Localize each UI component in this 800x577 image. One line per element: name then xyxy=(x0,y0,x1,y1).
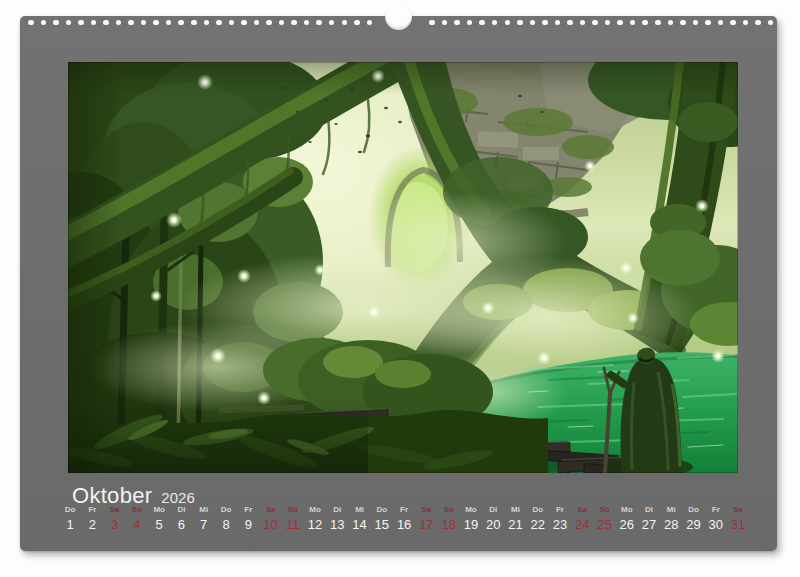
day-column: Di6 xyxy=(170,505,192,532)
vignette-top xyxy=(68,62,738,94)
binding-hole xyxy=(467,20,473,26)
date-number: 27 xyxy=(638,518,660,532)
weekday-label: Mi xyxy=(504,505,526,514)
weekday-label: Do xyxy=(59,505,81,514)
date-number: 21 xyxy=(504,518,526,532)
binding-hole xyxy=(429,20,435,26)
day-column: Fr23 xyxy=(549,505,571,532)
weekday-label: So xyxy=(593,505,615,514)
day-column: So25 xyxy=(593,505,615,532)
day-column: Di27 xyxy=(638,505,660,532)
date-number: 5 xyxy=(148,518,170,532)
day-column: Mi7 xyxy=(193,505,215,532)
date-number: 31 xyxy=(727,518,749,532)
binding-hole xyxy=(128,20,134,26)
date-number: 13 xyxy=(326,518,348,532)
weekday-label: Di xyxy=(482,505,504,514)
binding-hole xyxy=(580,20,586,26)
binding-hole xyxy=(505,20,511,26)
weekday-label: So xyxy=(438,505,460,514)
day-column: Sa24 xyxy=(571,505,593,532)
day-column: Fr9 xyxy=(237,505,259,532)
day-column: Fr16 xyxy=(393,505,415,532)
binding-hole xyxy=(479,20,485,26)
binding-hole xyxy=(291,20,297,26)
binding-hole xyxy=(241,20,247,26)
day-column: Do29 xyxy=(682,505,704,532)
fantasy-forest-illustration xyxy=(68,62,738,473)
day-column: Mi14 xyxy=(348,505,370,532)
day-column: Di13 xyxy=(326,505,348,532)
binding-hole xyxy=(517,20,523,26)
date-number: 7 xyxy=(193,518,215,532)
day-column: Mi28 xyxy=(660,505,682,532)
binding-hole xyxy=(91,20,97,26)
day-column: Mo5 xyxy=(148,505,170,532)
binding-hole xyxy=(530,20,536,26)
day-column: Do22 xyxy=(527,505,549,532)
binding-hole xyxy=(705,20,711,26)
weekday-label: Fr xyxy=(81,505,103,514)
binding-hole xyxy=(229,20,235,26)
binding-hole xyxy=(354,20,360,26)
day-column: Mi21 xyxy=(504,505,526,532)
binding-hole xyxy=(492,20,498,26)
day-column: Sa31 xyxy=(727,505,749,532)
binding-hole xyxy=(442,20,448,26)
date-number: 1 xyxy=(59,518,81,532)
binding-hole xyxy=(178,20,184,26)
date-number: 9 xyxy=(237,518,259,532)
day-column: Do1 xyxy=(59,505,81,532)
binding-hole xyxy=(254,20,260,26)
date-number: 16 xyxy=(393,518,415,532)
day-column: Di20 xyxy=(482,505,504,532)
weekday-label: Fr xyxy=(393,505,415,514)
date-number: 18 xyxy=(438,518,460,532)
weekday-label: Di xyxy=(326,505,348,514)
binding-hole xyxy=(316,20,322,26)
weekday-label: Do xyxy=(371,505,393,514)
weekday-label: Sa xyxy=(259,505,281,514)
binding-hole xyxy=(730,20,736,26)
binding-hole xyxy=(680,20,686,26)
weekday-label: Di xyxy=(638,505,660,514)
date-number: 28 xyxy=(660,518,682,532)
date-number: 24 xyxy=(571,518,593,532)
day-column: Fr30 xyxy=(705,505,727,532)
date-number: 12 xyxy=(304,518,326,532)
weekday-label: Do xyxy=(682,505,704,514)
date-number: 26 xyxy=(616,518,638,532)
binding-hole xyxy=(655,20,661,26)
date-number: 30 xyxy=(705,518,727,532)
day-column: Do15 xyxy=(371,505,393,532)
date-number: 20 xyxy=(482,518,504,532)
day-column: Mo12 xyxy=(304,505,326,532)
binding-hole xyxy=(555,20,561,26)
binding-hole xyxy=(605,20,611,26)
day-column: Mo26 xyxy=(616,505,638,532)
binding-hole xyxy=(216,20,222,26)
date-number: 8 xyxy=(215,518,237,532)
date-number: 19 xyxy=(460,518,482,532)
binding-hole xyxy=(617,20,623,26)
binding-hole xyxy=(668,20,674,26)
weekday-label: Di xyxy=(170,505,192,514)
date-number: 29 xyxy=(682,518,704,532)
binding-hole xyxy=(204,20,210,26)
binding-hole xyxy=(542,20,548,26)
date-number: 2 xyxy=(81,518,103,532)
weekday-label: Fr xyxy=(549,505,571,514)
date-number: 4 xyxy=(126,518,148,532)
binding-hole xyxy=(743,20,749,26)
binding-hole xyxy=(141,20,147,26)
calendar-page: Oktober 2026 Do1Fr2Sa3So4Mo5Di6Mi7Do8Fr9… xyxy=(20,16,777,551)
date-number: 6 xyxy=(170,518,192,532)
weekday-label: Sa xyxy=(104,505,126,514)
year-title: 2026 xyxy=(161,489,194,506)
day-column: Fr2 xyxy=(81,505,103,532)
weekday-label: Mo xyxy=(148,505,170,514)
day-column: Sa17 xyxy=(415,505,437,532)
binding-hole xyxy=(630,20,636,26)
weekday-label: Fr xyxy=(237,505,259,514)
weekday-label: Mo xyxy=(460,505,482,514)
